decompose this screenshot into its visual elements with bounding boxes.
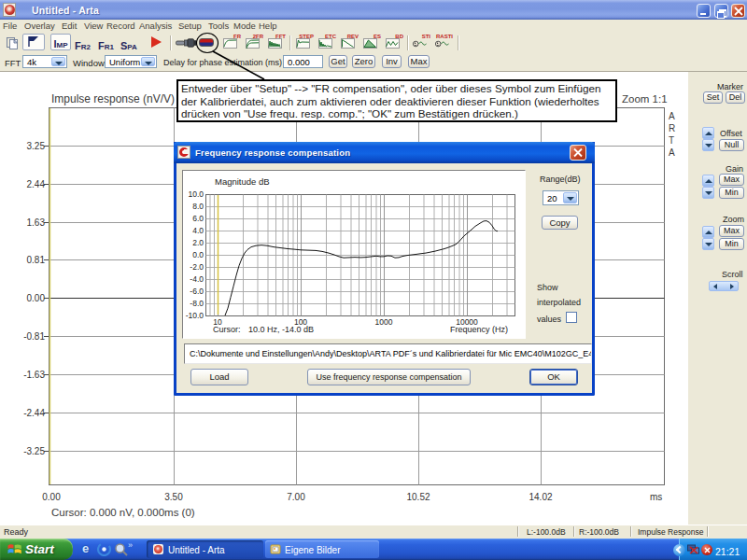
svg-text:T: T bbox=[669, 135, 674, 146]
svg-text:7.00: 7.00 bbox=[287, 492, 305, 502]
svg-text:10.0: 10.0 bbox=[188, 189, 204, 199]
svg-text:A: A bbox=[669, 111, 675, 121]
svg-text:14.02: 14.02 bbox=[529, 492, 552, 502]
svg-text:-3.25: -3.25 bbox=[23, 446, 45, 456]
svg-text:ms: ms bbox=[650, 492, 662, 502]
svg-text:-10.0: -10.0 bbox=[186, 311, 204, 320]
svg-text:Frequency (Hz): Frequency (Hz) bbox=[450, 325, 508, 334]
svg-text:8.0: 8.0 bbox=[192, 202, 204, 211]
svg-text:Magnitude dB: Magnitude dB bbox=[215, 176, 270, 187]
svg-text:3.25: 3.25 bbox=[27, 141, 46, 151]
svg-text:-2.0: -2.0 bbox=[190, 262, 204, 272]
svg-text:-4.0: -4.0 bbox=[190, 274, 204, 284]
svg-text:0.00: 0.00 bbox=[42, 492, 61, 502]
svg-text:Impulse response (nV/V): Impulse response (nV/V) bbox=[51, 92, 175, 105]
svg-text:0.81: 0.81 bbox=[27, 255, 46, 265]
svg-text:Cursor: 0.000 nV, 0.000ms (0): Cursor: 0.000 nV, 0.000ms (0) bbox=[51, 507, 195, 518]
svg-text:2.44: 2.44 bbox=[27, 179, 46, 189]
svg-text:3.50: 3.50 bbox=[164, 492, 183, 502]
svg-text:R: R bbox=[669, 123, 675, 133]
svg-text:10.52: 10.52 bbox=[406, 492, 430, 502]
svg-text:-1.63: -1.63 bbox=[23, 370, 45, 380]
svg-text:0.0: 0.0 bbox=[192, 250, 204, 259]
svg-text:-6.0: -6.0 bbox=[190, 287, 204, 296]
svg-text:-2.44: -2.44 bbox=[23, 408, 45, 418]
svg-text:0.00: 0.00 bbox=[27, 293, 46, 303]
svg-text:10.0 Hz, -14.0 dB: 10.0 Hz, -14.0 dB bbox=[248, 325, 314, 334]
svg-text:1000: 1000 bbox=[375, 317, 393, 327]
svg-text:6.0: 6.0 bbox=[192, 214, 204, 223]
svg-text:4.0: 4.0 bbox=[192, 226, 204, 235]
svg-text:Cursor:: Cursor: bbox=[213, 325, 241, 334]
svg-text:A: A bbox=[669, 147, 675, 158]
svg-text:1.63: 1.63 bbox=[27, 217, 46, 228]
svg-text:2.0: 2.0 bbox=[192, 238, 204, 247]
svg-text:Zoom 1:1: Zoom 1:1 bbox=[622, 93, 668, 105]
svg-text:-0.81: -0.81 bbox=[23, 331, 45, 342]
svg-text:-8.0: -8.0 bbox=[190, 299, 204, 308]
